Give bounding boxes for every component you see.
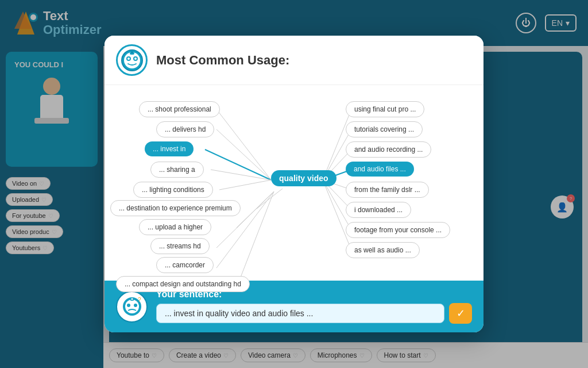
svg-point-39 <box>131 298 133 300</box>
svg-point-13 <box>134 57 137 60</box>
svg-point-35 <box>125 300 139 313</box>
footer-content: Your sentence: ✓ <box>156 289 472 324</box>
svg-point-15 <box>131 51 133 53</box>
robot-icon <box>121 49 144 72</box>
svg-line-16 <box>216 109 271 180</box>
modal: Most Common Usage: <box>105 36 483 332</box>
confirm-button[interactable]: ✓ <box>449 303 472 324</box>
modal-avatar <box>116 44 148 76</box>
modal-overlay: Most Common Usage: <box>0 0 588 368</box>
footer-input-row: ✓ <box>156 303 472 324</box>
footer-avatar: ? <box>116 291 148 323</box>
svg-line-25 <box>237 191 274 281</box>
node-footage-console[interactable]: footage from your console ... <box>346 222 450 238</box>
node-tutorials[interactable]: tutorials covering ... <box>346 121 423 137</box>
svg-point-12 <box>127 57 130 60</box>
node-camcorder[interactable]: ... camcorder <box>156 257 214 273</box>
svg-point-37 <box>134 304 137 307</box>
node-shoot-professional[interactable]: ... shoot professional <box>139 101 220 117</box>
node-family-dslr[interactable]: from the family dslr ... <box>346 182 429 198</box>
node-final-cut[interactable]: using final cut pro ... <box>346 101 424 117</box>
node-audio-files[interactable]: and audio files ... <box>346 162 414 177</box>
node-compact-design[interactable]: ... compact design and outstanding hd <box>116 276 250 292</box>
svg-point-36 <box>127 304 130 307</box>
thinking-robot-icon: ? <box>121 295 144 318</box>
node-audio-recording[interactable]: and audio recording ... <box>346 141 431 158</box>
svg-line-19 <box>211 170 271 180</box>
node-sharing-a[interactable]: ... sharing a <box>150 162 204 178</box>
node-as-well-as-audio[interactable]: as well as audio ... <box>346 242 420 258</box>
node-downloaded[interactable]: i downloaded ... <box>346 202 411 218</box>
svg-line-21 <box>257 189 283 209</box>
modal-title: Most Common Usage: <box>156 53 289 68</box>
node-destination[interactable]: ... destination to experience premium <box>110 200 241 216</box>
svg-line-22 <box>237 191 274 228</box>
node-delivers-hd[interactable]: ... delivers hd <box>156 121 214 137</box>
modal-header: Most Common Usage: <box>105 36 483 85</box>
svg-line-18 <box>205 150 271 180</box>
svg-line-17 <box>216 129 271 180</box>
sentence-input[interactable] <box>156 304 444 323</box>
svg-text:?: ? <box>138 297 141 303</box>
svg-line-20 <box>219 180 271 190</box>
node-lighting-conditions[interactable]: ... lighting conditions <box>133 182 213 198</box>
node-invest-in[interactable]: ... invest in <box>145 141 194 156</box>
modal-body: quality video ... shoot professional ...… <box>105 85 483 281</box>
node-center[interactable]: quality video <box>271 170 336 186</box>
node-streams-hd[interactable]: ... streams hd <box>150 238 210 254</box>
svg-point-9 <box>124 52 140 68</box>
node-upload-higher[interactable]: ... upload a higher <box>139 219 211 235</box>
